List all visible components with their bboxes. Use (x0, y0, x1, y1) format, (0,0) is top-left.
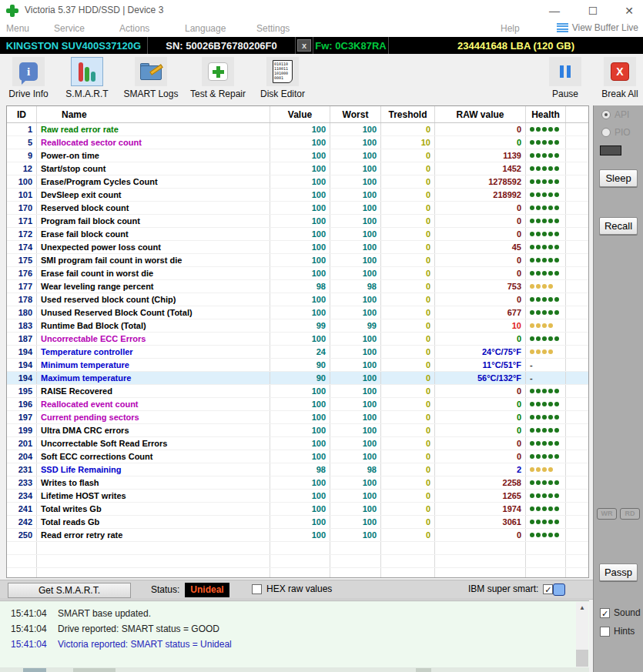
table-row[interactable]: 194Minimum temperature90100011°C/51°F- (7, 359, 588, 372)
table-row[interactable]: 231SSD Life Remaining989802 (7, 463, 588, 476)
cell-treshold: 0 (381, 463, 435, 476)
table-row[interactable]: 194Temperature controller24100024°C/75°F (7, 346, 588, 359)
drive-info-button[interactable]: i Drive Info (3, 57, 54, 99)
menu-item-service[interactable]: Service (54, 23, 85, 34)
status-badge: Unideal (185, 583, 229, 597)
table-row[interactable]: 180Unused Reserved Block Count (Total)10… (7, 306, 588, 319)
table-row[interactable]: 177Wear leveling range percent98980753 (7, 280, 588, 293)
cell-id: 176 (7, 267, 37, 279)
hints-checkbox[interactable]: Hints (600, 626, 635, 637)
table-row[interactable]: 195RAISE Recovered10010000 (7, 385, 588, 398)
cell-raw: 2 (435, 463, 526, 476)
sound-checkbox[interactable]: ✓ Sound (600, 607, 641, 618)
test-repair-button[interactable]: Test & Repair (188, 57, 248, 99)
smart-logs-button[interactable]: SMART Logs (123, 57, 179, 99)
header-value[interactable]: Value (270, 106, 330, 122)
table-row[interactable]: 196Reallocated event count10010000 (7, 398, 588, 411)
disk-editor-button[interactable]: 0101101100111010000001 Disk Editor (257, 57, 308, 99)
pause-button[interactable]: Pause (544, 57, 587, 99)
table-row[interactable]: 100Erase/Program Cycles Count10010001278… (7, 176, 588, 189)
rd-button[interactable]: RD (620, 508, 640, 520)
table-row[interactable]: 172Erase fail block count10010000 (7, 228, 588, 241)
get-smart-button[interactable]: Get S.M.A.R.T. (8, 583, 131, 598)
cell-value: 100 (270, 215, 330, 227)
table-row[interactable]: 233Writes to flash10010002258 (7, 476, 588, 490)
table-row[interactable]: 197Current pending sectors10010000 (7, 411, 588, 424)
table-row[interactable]: 171Program fail block count10010000 (7, 215, 588, 228)
recall-button[interactable]: Recall (599, 217, 638, 235)
ibm-super-smart-checkbox[interactable]: IBM super smart: ✓ (468, 583, 553, 594)
cell-raw: 0 (435, 123, 526, 135)
cell-raw: 11°C/51°F (435, 359, 526, 371)
clipped-bottom-row (0, 667, 589, 672)
table-row[interactable]: 175SMI program fail count in worst die10… (7, 254, 588, 267)
table-row[interactable]: 170Reserved block count10010000 (7, 202, 588, 215)
view-buffer-live-button[interactable]: View Buffer Live (557, 22, 638, 33)
menu-item-menu[interactable]: Menu (6, 23, 29, 34)
header-name[interactable]: Name (37, 106, 270, 122)
cell-name: SSD Life Remaining (37, 463, 270, 476)
table-row[interactable]: 234Lifetime HOST writes10010001265 (7, 490, 588, 503)
table-row[interactable]: 242Total reads Gb10010003061 (7, 516, 588, 529)
break-all-button[interactable]: X Break All (598, 57, 642, 99)
window-title: Victoria 5.37 HDD/SSD | Device 3 (25, 5, 163, 15)
header-treshold[interactable]: Treshold (381, 106, 435, 122)
log-message: Victoria reported: SMART status = Unidea… (58, 639, 232, 650)
api-radio[interactable]: API (601, 109, 629, 120)
table-row[interactable]: 250Read error retry rate10010000 (7, 529, 588, 542)
menu-item-actions[interactable]: Actions (119, 23, 149, 34)
test-repair-label: Test & Repair (190, 89, 246, 99)
passp-button[interactable]: Passp (599, 563, 638, 581)
table-row[interactable]: 201Uncorrectable Soft Read Errors1001000… (7, 437, 588, 450)
log-scrollbar[interactable]: ▲ (576, 602, 588, 672)
wr-button[interactable]: WR (597, 508, 617, 520)
table-row[interactable]: 9Power-on time10010001139 (7, 149, 588, 162)
scroll-thumb[interactable] (576, 650, 588, 667)
maximize-button[interactable]: ☐ (581, 3, 604, 18)
table-row[interactable]: 5Reallocated sector count100100100 (7, 136, 588, 149)
smart-button[interactable]: S.M.A.R.T (63, 57, 111, 99)
blue-indicator[interactable] (553, 583, 565, 596)
table-row[interactable]: 176Erase fail count in worst die10010000 (7, 267, 588, 280)
header-id[interactable]: ID (7, 106, 37, 122)
cell-worst: 100 (330, 503, 381, 515)
hex-raw-checkbox[interactable]: HEX raw values (252, 583, 332, 594)
cell-value: 100 (270, 385, 330, 397)
header-worst[interactable]: Worst (330, 106, 381, 122)
header-raw[interactable]: RAW value (435, 106, 526, 122)
header-health[interactable]: Health (526, 106, 566, 122)
cell-worst: 100 (330, 136, 381, 149)
close-button[interactable]: ✕ (618, 3, 641, 18)
minimize-button[interactable]: — (543, 3, 566, 18)
cell-treshold: 0 (381, 529, 435, 541)
pio-radio[interactable]: PIO (601, 127, 631, 138)
cell-raw: 0 (435, 333, 526, 345)
cell-worst: 100 (330, 162, 381, 175)
cell-worst: 100 (330, 215, 381, 227)
sleep-button[interactable]: Sleep (599, 169, 638, 187)
menu-item-settings[interactable]: Settings (256, 23, 290, 34)
cell-health (526, 306, 566, 319)
checkbox-icon: ✓ (543, 584, 553, 594)
table-row[interactable]: 1Raw read error rate10010000 (7, 123, 588, 136)
red-x-icon: X (611, 62, 629, 81)
table-row[interactable]: 12Start/stop count10010001452 (7, 162, 588, 176)
cell-id: 194 (7, 359, 37, 371)
menu-item-help[interactable]: Help (501, 23, 520, 34)
table-row[interactable]: 178Used reserved block count (Chip)10010… (7, 293, 588, 306)
table-row[interactable]: 241Total writes Gb10010001974 (7, 503, 588, 516)
table-row[interactable]: 183Runtime Bad Block (Total)9999010 (7, 319, 588, 333)
cell-health (526, 241, 566, 253)
table-row[interactable]: 204Soft ECC corrections Count10010000 (7, 450, 588, 463)
scroll-up-icon[interactable]: ▲ (576, 602, 588, 613)
table-row[interactable]: 194Maximum temperature90100056°C/132°F- (7, 372, 588, 385)
cell-name: Start/stop count (37, 162, 270, 175)
cell-treshold: 0 (381, 267, 435, 279)
cell-treshold: 0 (381, 333, 435, 345)
table-row[interactable]: 101DevSleep exit count1001000218992 (7, 189, 588, 202)
table-row[interactable]: 187Uncorrectable ECC Errors10010000 (7, 333, 588, 346)
table-row[interactable]: 174Unexpected power loss count100100045 (7, 241, 588, 254)
table-row[interactable]: 199Ultra DMA CRC errors10010000 (7, 424, 588, 437)
serial-close-button[interactable]: x (296, 37, 313, 54)
menu-item-language[interactable]: Language (185, 23, 226, 34)
